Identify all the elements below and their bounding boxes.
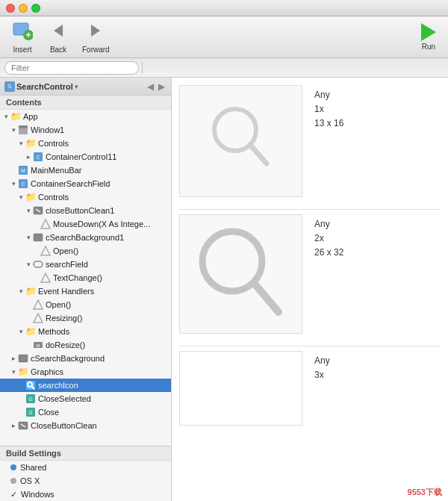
- tree-item-controls[interactable]: 📁 Controls: [0, 137, 171, 150]
- contents-label: Contents: [0, 96, 171, 110]
- label-csb: cSearchBackground: [31, 354, 105, 363]
- preview-image-3x: [179, 351, 302, 426]
- dot-osx: [10, 478, 16, 484]
- label-windows: Windows: [21, 490, 55, 499]
- label-controls2: Controls: [38, 193, 69, 202]
- icon-doresize: M: [33, 340, 43, 350]
- label-size-1x: 13 x 16: [314, 116, 343, 131]
- tree-item-open2[interactable]: Open(): [0, 298, 171, 311]
- label-csb1: cSearchBackground1: [46, 233, 124, 242]
- triangle-csb1[interactable]: [25, 234, 31, 240]
- maximize-button[interactable]: [31, 4, 40, 13]
- tree-item-closebuttonclean[interactable]: CloseButtonClean: [0, 419, 171, 432]
- label-any-2x: Any: [314, 217, 343, 231]
- tree-item-close[interactable]: G Close: [0, 405, 171, 419]
- sidebar: S SearchControl ▾ ◀ ▶ Contents 📁 App: [0, 78, 172, 501]
- tree-item-csb1[interactable]: cSearchBackground1: [0, 231, 171, 244]
- filter-input[interactable]: [4, 61, 139, 75]
- tree-item-sf[interactable]: searchField: [0, 258, 171, 271]
- triangle-csf[interactable]: [10, 181, 16, 187]
- svg-text:M: M: [37, 343, 40, 348]
- label-cbc: CloseButtonClean: [31, 421, 97, 430]
- icon-controls: 📁: [25, 138, 36, 149]
- nav-forward-arrow[interactable]: ▶: [157, 81, 167, 92]
- nav-header: S SearchControl ▾ ◀ ▶: [0, 78, 171, 96]
- triangle-graphics[interactable]: [10, 369, 16, 375]
- tree-item-app[interactable]: 📁 App: [0, 110, 171, 123]
- nav-title: SearchControl: [16, 82, 73, 91]
- build-item-windows[interactable]: ✓ Windows: [0, 488, 171, 501]
- dot-shared: [10, 464, 16, 470]
- tree-item-open1[interactable]: Open(): [0, 244, 171, 258]
- tree-item-closeselected[interactable]: G CloseSelected: [0, 392, 171, 405]
- icon-open2: [33, 299, 43, 310]
- label-resizing: Resizing(): [46, 314, 83, 323]
- svg-rect-6: [19, 125, 28, 128]
- tree-item-mousedown[interactable]: MouseDown(X As Intege...: [0, 217, 171, 231]
- tree-item-controls2[interactable]: 📁 Controls: [0, 190, 171, 204]
- svg-rect-16: [34, 234, 43, 241]
- svg-line-35: [250, 145, 267, 164]
- label-graphics: Graphics: [31, 367, 63, 376]
- label-eventhandlers: Event Handlers: [38, 287, 94, 296]
- watermark: 9553下载: [408, 487, 442, 498]
- label-searchicon: searchIcon: [38, 381, 78, 390]
- tree-item-mainmenubar[interactable]: M MainMenuBar: [0, 164, 171, 177]
- back-button[interactable]: Back: [42, 17, 75, 57]
- forward-button[interactable]: Forward: [78, 17, 114, 57]
- triangle-cbc1[interactable]: [25, 208, 31, 214]
- icon-csb: [18, 353, 28, 364]
- tree-item-csb[interactable]: cSearchBackground: [0, 352, 171, 365]
- triangle-sf[interactable]: [25, 261, 31, 267]
- tree-item-containercontrol11[interactable]: C ContainerControl11: [0, 150, 171, 164]
- triangle-eh[interactable]: [18, 288, 24, 294]
- build-item-shared[interactable]: Shared: [0, 461, 171, 474]
- svg-text:G: G: [28, 410, 32, 415]
- triangle-methods[interactable]: [18, 329, 24, 334]
- label-open1: Open(): [53, 246, 78, 255]
- tree: 📁 App Window1 📁 Controls C: [0, 110, 171, 446]
- tree-item-window1[interactable]: Window1: [0, 123, 171, 137]
- magnifier-svg-2x: [189, 217, 293, 332]
- searchbar: [0, 58, 448, 78]
- build-item-osx[interactable]: OS X: [0, 474, 171, 488]
- run-button[interactable]: Run: [415, 20, 442, 54]
- triangle-app[interactable]: [3, 113, 9, 119]
- icon-mousedown: [40, 219, 51, 229]
- triangle-csb[interactable]: [10, 355, 16, 361]
- minimize-button[interactable]: [19, 4, 28, 13]
- preview-image-2x: [179, 214, 302, 334]
- svg-line-37: [255, 284, 279, 312]
- tree-item-methods[interactable]: 📁 Methods: [0, 325, 171, 338]
- forward-icon: [85, 20, 106, 44]
- triangle-window1[interactable]: [10, 127, 16, 133]
- tree-item-eventhandlers[interactable]: 📁 Event Handlers: [0, 284, 171, 298]
- tree-item-searchicon[interactable]: searchIcon: [0, 379, 171, 392]
- icon-closeselected: G: [25, 393, 36, 404]
- tree-item-csf[interactable]: C ContainerSearchField: [0, 177, 171, 190]
- nav-arrows: ◀ ▶: [146, 81, 167, 92]
- triangle-controls2[interactable]: [18, 194, 24, 200]
- preview-section-2x: Any 2x 26 x 32: [179, 214, 441, 334]
- icon-graphics: 📁: [18, 367, 28, 377]
- svg-rect-24: [19, 355, 28, 362]
- preview-label-1x: Any 1x 13 x 16: [314, 85, 343, 131]
- close-button[interactable]: [6, 4, 15, 13]
- triangle-cbc[interactable]: [10, 423, 16, 429]
- insert-button[interactable]: + Insert: [6, 17, 39, 57]
- label-cbc1: closeButtonClean1: [46, 206, 114, 215]
- nav-dropdown-arrow[interactable]: ▾: [75, 83, 78, 90]
- tree-item-graphics[interactable]: 📁 Graphics: [0, 365, 171, 379]
- back-icon: [48, 20, 69, 44]
- triangle-controls[interactable]: [18, 140, 24, 146]
- nav-back-arrow[interactable]: ◀: [146, 81, 155, 92]
- tree-item-resizing[interactable]: Resizing(): [0, 311, 171, 325]
- svg-marker-20: [34, 300, 43, 309]
- triangle-cc11[interactable]: [25, 154, 31, 160]
- tree-item-doresize[interactable]: M doResize(): [0, 338, 171, 352]
- label-controls: Controls: [38, 139, 69, 148]
- tree-item-cbc1[interactable]: closeButtonClean1: [0, 204, 171, 217]
- tree-item-textchange[interactable]: TextChange(): [0, 271, 171, 284]
- preview-label-3x: Any 3x: [314, 351, 330, 382]
- svg-marker-19: [41, 273, 50, 282]
